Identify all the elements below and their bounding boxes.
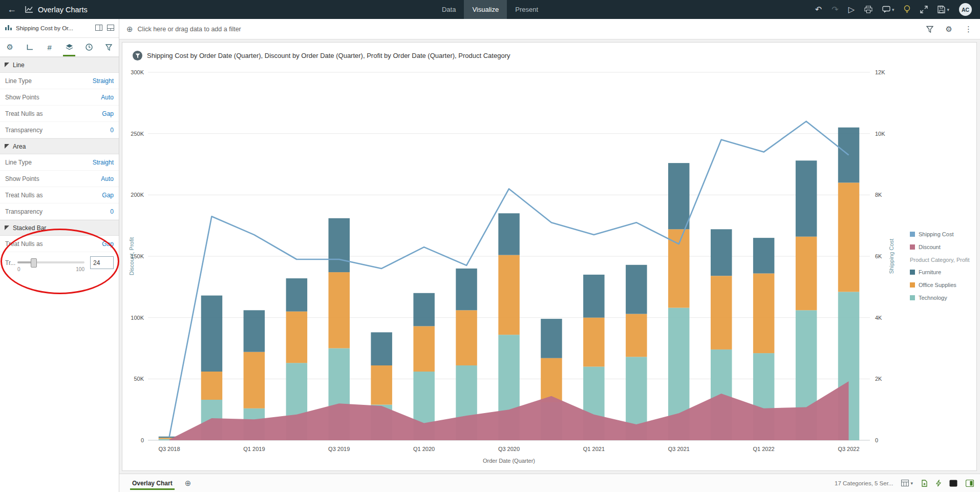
tab-data[interactable]: Data <box>434 0 464 19</box>
prop-row-transparency[interactable]: Transparency 0 <box>0 203 119 220</box>
print-icon[interactable] <box>864 6 872 13</box>
bar-segment[interactable] <box>541 319 562 358</box>
quick-insights-icon[interactable] <box>936 480 941 487</box>
add-filter-icon[interactable]: ⊕ <box>126 25 133 34</box>
tab-present[interactable]: Present <box>507 0 546 19</box>
bar-segment[interactable] <box>838 128 860 183</box>
prop-row-show-points[interactable]: Show Points Auto <box>0 89 119 106</box>
expand-icon[interactable] <box>920 6 928 13</box>
panel-swap-icon[interactable] <box>107 24 114 33</box>
prop-row-line-type[interactable]: Line Type Straight <box>0 73 119 89</box>
panel-layout-icon[interactable] <box>95 24 102 33</box>
filter-bar[interactable]: ⊕ Click here or drag data to add a filte… <box>119 19 980 39</box>
prop-row-treat-nulls[interactable]: Treat Nulls as Gap <box>0 236 119 252</box>
bar-segment[interactable] <box>498 213 520 255</box>
insights-lightbulb-icon[interactable] <box>904 5 910 14</box>
section-line-header[interactable]: Line <box>0 57 119 73</box>
prop-row-show-points[interactable]: Show Points Auto <box>0 171 119 187</box>
legend-item-technology[interactable]: Technology <box>910 295 974 301</box>
prop-value[interactable]: 0 <box>110 127 114 134</box>
bar-segment[interactable] <box>668 163 690 229</box>
bar-segment[interactable] <box>329 272 350 348</box>
bar-segment[interactable] <box>413 293 435 326</box>
prop-value[interactable]: 0 <box>110 208 114 215</box>
export-data-icon[interactable] <box>921 480 928 487</box>
bar-segment[interactable] <box>796 160 817 236</box>
canvas-settings-icon[interactable]: ⚙ <box>946 25 952 34</box>
section-stacked-bar-header[interactable]: Stacked Bar <box>0 220 119 236</box>
bar-segment[interactable] <box>711 229 732 276</box>
transparency-input[interactable] <box>90 256 114 269</box>
legend-item-furniture[interactable]: Furniture <box>910 269 974 275</box>
user-avatar[interactable]: AC <box>959 3 972 16</box>
bar-segment[interactable] <box>668 229 690 308</box>
bar-segment[interactable] <box>796 237 817 311</box>
tab-general-icon[interactable]: ⚙ <box>2 38 18 56</box>
prop-value[interactable]: Auto <box>101 94 114 101</box>
layout-grid-icon[interactable]: ▾ <box>901 480 913 486</box>
bar-segment[interactable] <box>753 238 775 273</box>
section-area-header[interactable]: Area <box>0 138 119 154</box>
bar-segment[interactable] <box>201 372 223 400</box>
prop-value[interactable]: Straight <box>93 159 114 166</box>
bar-segment[interactable] <box>626 314 647 357</box>
back-icon[interactable]: ← <box>0 0 24 19</box>
bar-segment[interactable] <box>371 332 392 365</box>
filter-prompt[interactable]: Click here or drag data to add a filter <box>138 26 241 33</box>
bar-segment[interactable] <box>329 218 350 272</box>
undo-icon[interactable]: ↶ <box>815 5 822 14</box>
save-icon[interactable]: ▾ <box>938 6 949 13</box>
filter-funnel-icon[interactable] <box>926 26 933 33</box>
slider-track[interactable] <box>17 261 84 263</box>
bar-segment[interactable] <box>286 312 308 363</box>
prop-value[interactable]: Gap <box>102 110 114 117</box>
legend-item-discount[interactable]: Discount <box>910 244 974 250</box>
prop-row-treat-nulls[interactable]: Treat Nulls as Gap <box>0 106 119 122</box>
tab-visualize[interactable]: Visualize <box>464 0 507 19</box>
prop-row-line-type[interactable]: Line Type Straight <box>0 154 119 171</box>
prop-value[interactable]: Straight <box>93 77 114 85</box>
bar-segment[interactable] <box>498 255 520 335</box>
prop-row-transparency[interactable]: Transparency 0 <box>0 122 119 138</box>
prop-value[interactable]: Gap <box>102 240 114 248</box>
redo-icon[interactable]: ↷ <box>832 5 838 14</box>
bar-segment[interactable] <box>838 182 860 292</box>
bar-segment[interactable] <box>286 278 308 312</box>
bar-segment[interactable] <box>711 276 732 350</box>
legend-item-office-supplies[interactable]: Office Supplies <box>910 282 974 288</box>
bar-segment[interactable] <box>413 326 435 372</box>
bar-segment[interactable] <box>201 296 223 372</box>
canvas-tab-overlay-chart[interactable]: Overlay Chart <box>125 474 180 492</box>
tab-values-icon[interactable]: # <box>41 38 58 56</box>
transparency-slider[interactable]: 0 100 <box>17 256 84 272</box>
canvas-dark-toggle-icon[interactable] <box>949 480 957 487</box>
bar-segment[interactable] <box>626 265 647 314</box>
tab-datetime-icon[interactable] <box>81 38 97 56</box>
preview-icon[interactable]: ▷ <box>848 5 855 14</box>
prop-value[interactable]: Gap <box>102 192 114 199</box>
bar-segment[interactable] <box>583 275 605 318</box>
tab-axis-icon[interactable] <box>22 38 38 56</box>
add-canvas-icon[interactable]: ⊕ <box>185 479 191 488</box>
overlay-chart[interactable]: 050K100K150K200K250K300K02K4K6K8K10K12KQ… <box>126 67 910 467</box>
tab-filters-icon[interactable] <box>101 38 117 56</box>
bar-segment[interactable] <box>456 310 477 365</box>
bar-segment[interactable] <box>541 358 562 402</box>
visualization-card[interactable]: Shipping Cost by Order Date (Quarter), D… <box>122 42 977 471</box>
slider-thumb[interactable] <box>31 258 37 268</box>
canvas-split-toggle-icon[interactable] <box>966 480 974 487</box>
bar-segment[interactable] <box>244 352 265 408</box>
kebab-menu-icon[interactable]: ⋮ <box>965 25 972 34</box>
viz-filter-badge-icon[interactable] <box>133 51 142 60</box>
prop-row-treat-nulls[interactable]: Treat Nulls as Gap <box>0 187 119 203</box>
prop-value[interactable]: Auto <box>101 175 114 182</box>
bar-segment[interactable] <box>456 269 477 310</box>
comments-icon[interactable]: ▾ <box>882 6 894 13</box>
bar-segment[interactable] <box>244 310 265 352</box>
viz-selector-label[interactable]: Shipping Cost by Or... <box>16 25 92 31</box>
bar-segment[interactable] <box>753 274 775 354</box>
bar-segment[interactable] <box>371 365 392 405</box>
tab-layers-icon[interactable] <box>61 38 77 56</box>
bar-segment[interactable] <box>583 318 605 367</box>
legend-item-shipping-cost[interactable]: Shipping Cost <box>910 231 974 237</box>
